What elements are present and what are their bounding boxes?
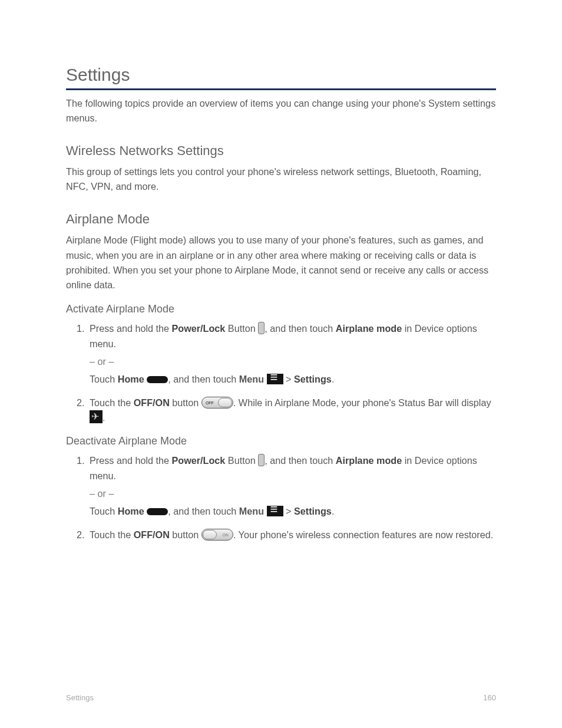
text-bold: Power/Lock xyxy=(171,323,225,334)
text-bold: Home xyxy=(118,374,144,384)
step-number: 2. xyxy=(77,396,85,411)
text: , and then touch xyxy=(168,506,239,516)
text: > xyxy=(283,506,294,516)
text: Button xyxy=(225,455,258,466)
footer-page-number: 160 xyxy=(483,693,496,702)
text: , and then touch xyxy=(168,374,239,384)
text: , and then touch xyxy=(265,323,336,334)
text-bold: OFF/ON xyxy=(134,529,170,540)
footer-section: Settings xyxy=(66,693,94,702)
section-wireless-intro: This group of settings lets you control … xyxy=(66,164,496,194)
page-title: Settings xyxy=(66,65,496,85)
deactivate-step-2: 2. Touch the OFF/ON button OFFON. Your p… xyxy=(66,528,496,543)
text-bold: Airplane mode xyxy=(336,323,402,334)
deactivate-step-1: 1. Press and hold the Power/Lock Button … xyxy=(66,453,496,519)
step-number: 2. xyxy=(77,528,85,543)
text: > xyxy=(283,374,294,384)
text: . xyxy=(332,374,335,384)
toggle-switch-icon: OFFON xyxy=(201,529,233,541)
text-bold: Home xyxy=(118,506,144,516)
or-divider: – or – xyxy=(90,354,496,370)
menu-icon xyxy=(267,506,283,516)
activate-heading: Activate Airplane Mode xyxy=(66,303,496,315)
text-bold: OFF/ON xyxy=(134,397,170,408)
text: Touch the xyxy=(90,397,134,408)
title-rule xyxy=(66,88,496,90)
text-bold: Power/Lock xyxy=(171,455,225,466)
text: Touch xyxy=(90,506,118,516)
section-airplane-intro: Airplane Mode (Flight mode) allows you t… xyxy=(66,233,496,292)
deactivate-heading: Deactivate Airplane Mode xyxy=(66,435,496,447)
text: Press and hold the xyxy=(90,323,171,334)
home-button-icon xyxy=(147,376,168,383)
section-wireless-title: Wireless Networks Settings xyxy=(66,143,496,159)
home-button-icon xyxy=(147,508,168,515)
text-bold: Settings xyxy=(294,374,332,384)
power-button-icon xyxy=(258,322,265,334)
text-bold: Menu xyxy=(239,506,264,516)
text: . While in Airplane Mode, your phone's S… xyxy=(233,397,491,408)
text: . xyxy=(103,412,105,423)
intro-paragraph: The following topics provide an overview… xyxy=(66,96,496,126)
text: Button xyxy=(225,323,258,334)
or-divider: – or – xyxy=(90,486,496,502)
step-number: 1. xyxy=(77,453,85,469)
text: Press and hold the xyxy=(90,455,171,466)
text: . Your phone's wireless connection featu… xyxy=(233,529,493,540)
menu-icon xyxy=(267,374,283,384)
step-number: 1. xyxy=(77,321,85,337)
activate-step-2: 2. Touch the OFF/ON button OFFON. While … xyxy=(66,396,496,426)
text-bold: Settings xyxy=(294,506,332,516)
text: Touch xyxy=(90,374,118,384)
activate-step-1: 1. Press and hold the Power/Lock Button … xyxy=(66,321,496,387)
text-bold: Menu xyxy=(239,374,264,384)
power-button-icon xyxy=(258,454,265,466)
text: . xyxy=(332,506,335,516)
text: button xyxy=(170,397,201,408)
text: Touch the xyxy=(90,529,134,540)
text-bold: Airplane mode xyxy=(336,455,402,466)
section-airplane-title: Airplane Mode xyxy=(66,212,496,227)
text: button xyxy=(170,529,201,540)
text: , and then touch xyxy=(265,455,336,466)
toggle-switch-icon: OFFON xyxy=(201,397,233,409)
airplane-mode-icon xyxy=(90,410,103,423)
